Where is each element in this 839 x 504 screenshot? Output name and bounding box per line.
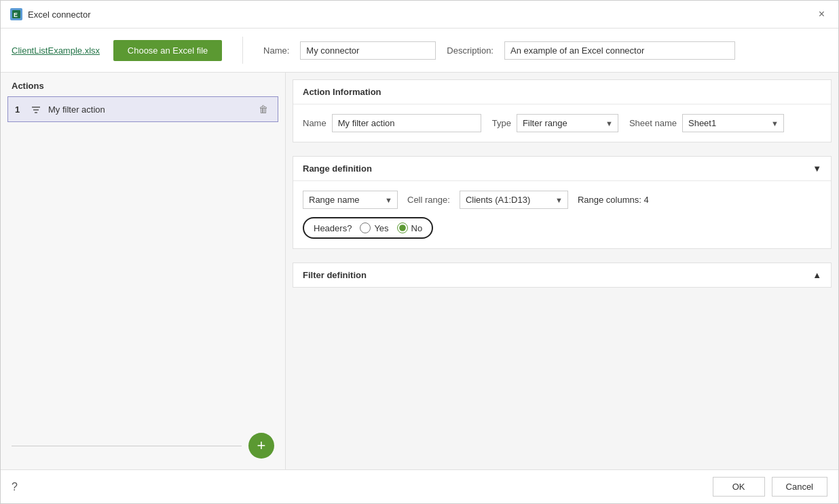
filter-def-section: Filter definition ▲ — [293, 263, 832, 288]
action-name-field-label: Name — [303, 118, 327, 128]
sheet-name-label: Sheet name — [629, 118, 677, 128]
no-radio-option[interactable]: No — [397, 222, 423, 233]
action-delete-button[interactable]: 🗑 — [256, 102, 271, 116]
bottom-bar: ? OK Cancel — [1, 469, 838, 503]
cell-range-select-wrapper: Clients (A1:D13) Sheet1!A1:Z100 ▼ — [460, 191, 568, 209]
top-section: ClientListExample.xlsx Choose an Excel f… — [1, 28, 838, 73]
help-icon: ? — [12, 481, 18, 492]
range-def-section: Range definition ▼ Range name Cell addre… — [293, 156, 832, 249]
action-name-group: Name — [303, 114, 481, 132]
action-info-header[interactable]: Action Information — [293, 80, 831, 104]
headers-row-container: Headers? Yes No — [303, 217, 821, 239]
headers-radio-group: Headers? Yes No — [303, 217, 433, 239]
no-radio-label: No — [411, 223, 423, 233]
connector-description-input[interactable] — [504, 41, 735, 60]
action-item[interactable]: 1 My filter action 🗑 — [7, 96, 278, 122]
ok-button[interactable]: OK — [713, 477, 765, 497]
action-info-section: Action Information Name Type Filter ran — [293, 79, 832, 142]
yes-radio-input[interactable] — [360, 222, 371, 233]
name-label: Name: — [263, 45, 289, 56]
no-radio-input[interactable] — [397, 222, 408, 233]
action-name-label: My filter action — [48, 104, 250, 115]
action-type-group: Type Filter range Read range Write range… — [492, 114, 618, 132]
actions-panel-header: Actions — [1, 73, 285, 96]
action-name-field[interactable] — [332, 114, 481, 132]
range-def-content: Range name Cell address ▼ Cell range: Cl… — [293, 181, 831, 248]
range-def-collapse-icon: ▼ — [813, 163, 821, 174]
left-panel: Actions 1 My filter action 🗑 — [1, 73, 286, 469]
add-divider — [12, 446, 242, 446]
filter-def-title: Filter definition — [303, 270, 367, 280]
action-type-select[interactable]: Filter range Read range Write range — [517, 114, 618, 132]
headers-label: Headers? — [314, 223, 352, 233]
connector-name-input[interactable] — [300, 41, 436, 60]
actions-list: 1 My filter action 🗑 — [1, 96, 285, 422]
sheet-name-select[interactable]: Sheet1 Sheet2 — [682, 114, 784, 132]
section-divider — [242, 37, 243, 64]
range-def-title: Range definition — [303, 163, 372, 174]
add-action-button[interactable]: + — [248, 433, 274, 459]
action-number: 1 — [15, 104, 26, 115]
range-row-1: Range name Cell address ▼ Cell range: Cl… — [303, 191, 821, 209]
action-info-content: Name Type Filter range Read range Write … — [293, 104, 831, 142]
description-label: Description: — [447, 45, 493, 56]
dialog-title: Excel connector — [28, 9, 91, 20]
yes-radio-label: Yes — [374, 223, 388, 233]
filter-def-header[interactable]: Filter definition ▲ — [293, 263, 831, 287]
range-name-select[interactable]: Range name Cell address — [303, 191, 398, 209]
file-link[interactable]: ClientListExample.xlsx — [12, 45, 100, 56]
range-def-header[interactable]: Range definition ▼ — [293, 157, 831, 181]
name-desc-group: Name: Description: — [263, 41, 827, 60]
choose-file-button[interactable]: Choose an Excel file — [113, 40, 222, 61]
right-panel: Action Information Name Type Filter ran — [286, 73, 838, 469]
title-bar-left: E Excel connector — [10, 8, 91, 20]
yes-radio-option[interactable]: Yes — [360, 222, 388, 233]
bottom-right-buttons: OK Cancel — [713, 477, 827, 497]
svg-text:E: E — [14, 12, 18, 18]
app-icon: E — [10, 8, 22, 20]
filter-def-collapse-icon: ▲ — [813, 270, 821, 280]
close-button[interactable]: × — [815, 7, 829, 21]
sheet-name-group: Sheet name Sheet1 Sheet2 ▼ — [629, 114, 784, 132]
filter-action-icon — [31, 104, 43, 115]
add-action-row: + — [1, 422, 285, 469]
excel-connector-dialog: E Excel connector × ClientListExample.xl… — [0, 0, 839, 504]
main-content: Actions 1 My filter action 🗑 — [1, 73, 838, 469]
action-info-fields: Name Type Filter range Read range Write … — [303, 114, 821, 132]
help-button[interactable]: ? — [12, 481, 18, 493]
title-bar: E Excel connector × — [1, 1, 838, 28]
action-type-label: Type — [492, 118, 511, 128]
sheet-select-wrapper: Sheet1 Sheet2 ▼ — [682, 114, 784, 132]
range-name-select-wrapper: Range name Cell address ▼ — [303, 191, 398, 209]
type-select-wrapper: Filter range Read range Write range ▼ — [517, 114, 618, 132]
cell-range-select[interactable]: Clients (A1:D13) Sheet1!A1:Z100 — [460, 191, 568, 209]
action-info-title: Action Information — [303, 87, 381, 97]
cell-range-label: Cell range: — [407, 195, 450, 205]
range-columns-text: Range columns: 4 — [578, 195, 649, 205]
cancel-button[interactable]: Cancel — [772, 477, 827, 497]
